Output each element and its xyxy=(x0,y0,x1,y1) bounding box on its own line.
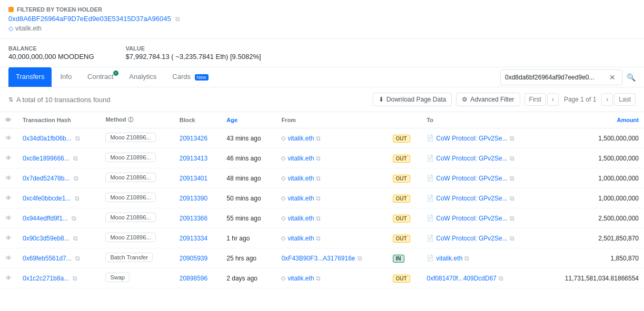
from-link-5[interactable]: vitalik.eth xyxy=(288,235,314,242)
to-cell-2: 📄 CoW Protocol: GPv2Se... ⧉ xyxy=(427,175,536,182)
tx-hash-link-1[interactable]: 0xc8e1899666... xyxy=(23,155,70,162)
copy-from-icon-7[interactable]: ⧉ xyxy=(316,275,321,282)
tab-info[interactable]: Info xyxy=(53,67,79,87)
block-link-3[interactable]: 20913390 xyxy=(180,195,207,202)
row-eye-5[interactable]: 👁 xyxy=(0,228,17,248)
row-age-4: 55 mins ago xyxy=(221,208,276,228)
copy-from-icon-5[interactable]: ⧉ xyxy=(316,235,321,242)
row-eye-3[interactable]: 👁 xyxy=(0,188,17,208)
row-block-7: 20898596 xyxy=(174,268,222,288)
tx-hash-link-7[interactable]: 0x1c2c271b8a... xyxy=(23,275,69,282)
from-link-2[interactable]: vitalik.eth xyxy=(288,175,314,182)
value-stat: VALUE $7,992,784.13 ( ~3,235.7841 Eth) [… xyxy=(126,45,261,61)
first-page-button[interactable]: First xyxy=(524,93,546,106)
tx-hash-link-3[interactable]: 0xc4fe0bbcde1... xyxy=(23,195,71,202)
block-link-2[interactable]: 20913401 xyxy=(180,175,207,182)
copy-from-icon-3[interactable]: ⧉ xyxy=(316,195,321,202)
copy-from-icon-6[interactable]: ⧉ xyxy=(358,255,362,262)
row-block-5: 20913334 xyxy=(174,228,222,248)
eth-from-icon: ◇ xyxy=(281,175,285,182)
tx-hash-link-0[interactable]: 0x34d0a1fb06b... xyxy=(23,135,72,142)
from-link-4[interactable]: vitalik.eth xyxy=(288,215,314,222)
search-input-wrap[interactable]: ✕ xyxy=(500,69,622,85)
row-direction-4: OUT xyxy=(388,208,422,228)
from-link-0[interactable]: vitalik.eth xyxy=(288,135,314,142)
tab-analytics[interactable]: Analytics xyxy=(122,67,164,87)
copy-from-icon-1[interactable]: ⧉ xyxy=(316,155,321,162)
block-link-6[interactable]: 20905939 xyxy=(180,255,207,262)
copy-tx-icon-2[interactable]: ⧉ xyxy=(74,175,78,182)
row-eye-7[interactable]: 👁 xyxy=(0,268,17,288)
to-link-4[interactable]: CoW Protocol: GPv2Se... xyxy=(436,215,507,222)
tx-hash-link-5[interactable]: 0x90c3d59eb8... xyxy=(23,235,70,242)
block-link-7[interactable]: 20898596 xyxy=(180,275,207,282)
table-header-row: 👁 Transaction Hash Method ⓘ Block Age Fr… xyxy=(0,112,644,128)
tx-hash-link-6[interactable]: 0x69feb5561d7... xyxy=(23,255,72,262)
last-page-button[interactable]: Last xyxy=(614,93,636,106)
copy-to-icon-0[interactable]: ⧉ xyxy=(510,135,514,142)
prev-page-button[interactable]: ‹ xyxy=(547,93,559,106)
to-cell-6: 📄 vitalik.eth ⧉ xyxy=(427,255,536,262)
row-eye-6[interactable]: 👁 xyxy=(0,248,17,268)
tx-hash-link-4[interactable]: 0x944edffd9f1... xyxy=(23,215,68,222)
copy-from-icon-4[interactable]: ⧉ xyxy=(316,215,321,222)
copy-tx-icon-5[interactable]: ⧉ xyxy=(73,235,78,242)
from-link-6[interactable]: 0xF43B90F3...A3176916e xyxy=(281,255,355,262)
tx-hash-link-2[interactable]: 0x7ded52478b... xyxy=(23,175,70,182)
copy-tx-icon-3[interactable]: ⧉ xyxy=(75,195,80,202)
block-link-4[interactable]: 20913366 xyxy=(180,215,207,222)
row-direction-6: IN xyxy=(388,248,422,268)
copy-tx-icon-1[interactable]: ⧉ xyxy=(73,155,78,162)
search-clear-button[interactable]: ✕ xyxy=(607,72,618,83)
token-holder-address[interactable]: 0xd8A6BF26964aF9D7eEd9e03E53415D37aA9604… xyxy=(8,15,171,23)
from-link-7[interactable]: vitalik.eth xyxy=(288,275,314,282)
download-button[interactable]: ⬇ Download Page Data xyxy=(373,93,452,106)
block-link-1[interactable]: 20913413 xyxy=(180,155,207,162)
copy-from-icon-2[interactable]: ⧉ xyxy=(316,175,321,182)
to-link-2[interactable]: CoW Protocol: GPv2Se... xyxy=(436,175,507,182)
from-link-1[interactable]: vitalik.eth xyxy=(288,155,314,162)
row-method-6: Batch Transfer xyxy=(100,248,174,268)
copy-tx-icon-7[interactable]: ⧉ xyxy=(73,275,77,282)
row-eye-0[interactable]: 👁 xyxy=(0,128,17,148)
copy-tx-icon-0[interactable]: ⧉ xyxy=(75,135,80,142)
tab-cards[interactable]: Cards New xyxy=(165,67,215,87)
row-direction-7: OUT xyxy=(388,268,422,288)
tab-transfers[interactable]: Transfers xyxy=(8,67,52,87)
copy-to-icon-3[interactable]: ⧉ xyxy=(510,195,514,202)
row-from-3: ◇ vitalik.eth ⧉ xyxy=(276,188,387,208)
copy-to-icon-2[interactable]: ⧉ xyxy=(510,175,514,182)
row-eye-4[interactable]: 👁 xyxy=(0,208,17,228)
copy-to-icon-1[interactable]: ⧉ xyxy=(510,155,514,162)
copy-tx-icon-6[interactable]: ⧉ xyxy=(75,255,80,262)
value-value: $7,992,784.13 ( ~3,235.7841 Eth) [9.5082… xyxy=(126,53,261,61)
tab-contract[interactable]: Contract ✓ xyxy=(80,67,121,87)
to-link-1[interactable]: CoW Protocol: GPv2Se... xyxy=(436,155,507,162)
copy-address-icon[interactable]: ⧉ xyxy=(175,15,180,23)
direction-badge-2: OUT xyxy=(393,175,410,183)
to-link-3[interactable]: CoW Protocol: GPv2Se... xyxy=(436,195,507,202)
next-page-button[interactable]: › xyxy=(601,93,613,106)
tabs-bar: Transfers Info Contract ✓ Analytics Card… xyxy=(0,67,644,87)
block-link-5[interactable]: 20913334 xyxy=(180,235,207,242)
direction-badge-1: OUT xyxy=(393,155,410,163)
copy-to-icon-5[interactable]: ⧉ xyxy=(510,235,514,242)
block-link-0[interactable]: 20913426 xyxy=(180,135,207,142)
to-link-6[interactable]: vitalik.eth xyxy=(436,255,462,262)
to-link-5[interactable]: CoW Protocol: GPv2Se... xyxy=(436,235,507,242)
copy-to-icon-7[interactable]: ⧉ xyxy=(499,275,503,282)
row-eye-2[interactable]: 👁 xyxy=(0,168,17,188)
search-input[interactable] xyxy=(505,74,605,81)
from-link-3[interactable]: vitalik.eth xyxy=(288,195,314,202)
to-link-7[interactable]: 0xf081470f...409DcdD67 xyxy=(427,275,497,282)
copy-tx-icon-4[interactable]: ⧉ xyxy=(72,215,76,222)
copy-to-icon-4[interactable]: ⧉ xyxy=(510,215,514,222)
row-eye-1[interactable]: 👁 xyxy=(0,148,17,168)
copy-from-icon-0[interactable]: ⧉ xyxy=(316,135,321,142)
advanced-filter-button[interactable]: ⚙ Advanced Filter xyxy=(456,93,520,106)
to-link-0[interactable]: CoW Protocol: GPv2Se... xyxy=(436,135,507,142)
copy-to-icon-6[interactable]: ⧉ xyxy=(464,255,469,262)
direction-badge-5: OUT xyxy=(393,235,410,243)
search-icon-button[interactable]: 🔍 xyxy=(627,73,636,82)
row-tx-1: 0xc8e1899666... ⧉ xyxy=(17,148,100,168)
